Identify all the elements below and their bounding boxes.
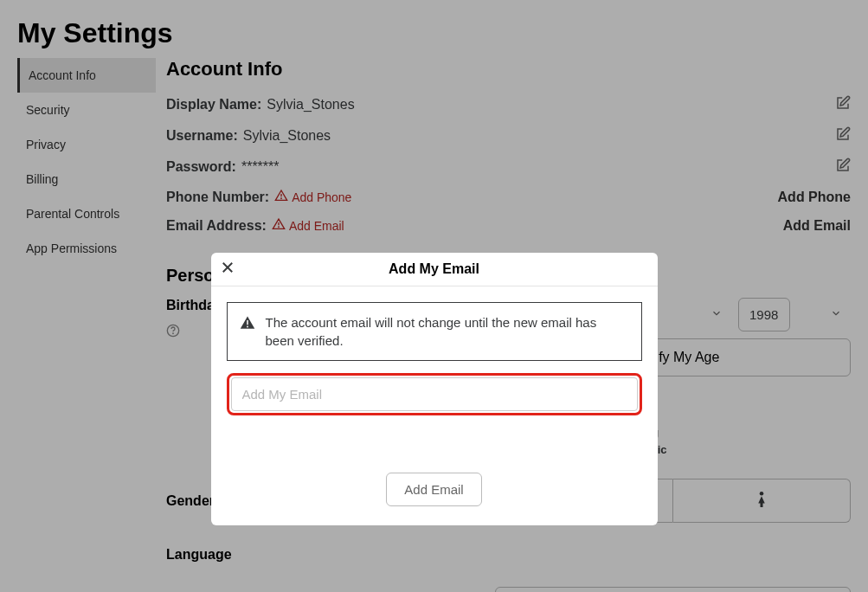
modal-alert: The account email will not change until … [227, 302, 642, 361]
add-email-modal: Add My Email The account email will not … [211, 253, 658, 525]
modal-title: Add My Email [389, 261, 479, 276]
warning-icon [240, 315, 255, 334]
add-email-input[interactable] [231, 377, 638, 411]
modal-close-button[interactable] [220, 260, 235, 280]
modal-input-highlight [227, 373, 642, 415]
add-email-submit-button[interactable]: Add Email [386, 473, 481, 506]
modal-overlay[interactable]: Add My Email The account email will not … [0, 0, 868, 592]
svg-rect-10 [247, 320, 248, 325]
modal-alert-text: The account email will not change until … [266, 313, 629, 350]
svg-point-11 [247, 326, 248, 328]
